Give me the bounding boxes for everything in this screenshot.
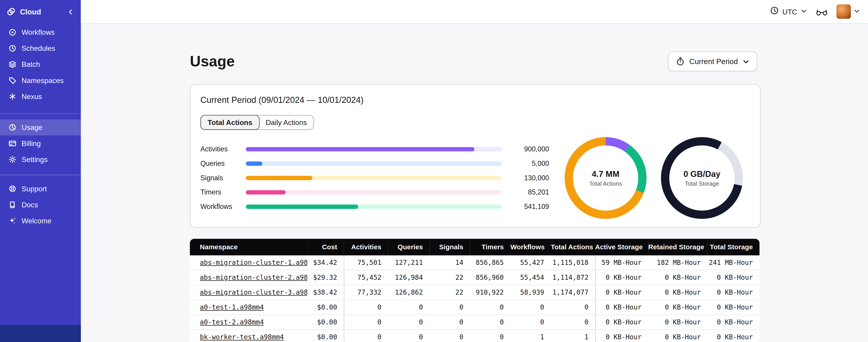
bar-value: 5,000 <box>506 160 549 167</box>
sidebar-item-billing[interactable]: Billing <box>0 135 81 151</box>
cell-signals: 0 <box>430 330 470 342</box>
cell-activities: 0 <box>344 300 388 315</box>
bar-value: 85,201 <box>506 189 549 196</box>
sidebar-item-docs[interactable]: Docs <box>0 197 81 213</box>
sidebar-item-support[interactable]: Support <box>0 181 81 197</box>
user-avatar[interactable] <box>836 4 851 19</box>
cell-queries: 127,211 <box>388 255 430 270</box>
cell-timers: 856,960 <box>470 270 510 285</box>
table-row: a0-test-2.a98mm4 $0.00 0 0 0 0 0 0 0 KB-… <box>190 315 759 330</box>
sidebar-nav-main: Workflows Schedules Batch Namespaces Nex… <box>0 24 81 104</box>
page-title: Usage <box>190 53 235 70</box>
sidebar: Cloud Workflows Schedules Batch Namespac… <box>0 0 81 342</box>
sidebar-brand[interactable]: Cloud <box>0 0 81 23</box>
chevron-down-icon <box>742 58 750 65</box>
bar-value: 900,000 <box>506 145 549 153</box>
cell-namespace: abs-migration-cluster-1.a98mm4 <box>190 255 307 270</box>
sidebar-collapse-button[interactable] <box>67 8 74 15</box>
sidebar-item-schedules[interactable]: Schedules <box>0 40 81 57</box>
bar-track <box>246 176 501 180</box>
cell-total-storage: 0 KB-Hour <box>707 270 759 285</box>
bar-row-workflows: Workflows 541,109 <box>200 200 549 214</box>
bar-track <box>246 205 501 209</box>
col-header-activities: Activities <box>344 239 388 255</box>
table-header-row: Namespace Cost Activities Queries Signal… <box>190 239 759 255</box>
cell-workflows: 0 <box>510 300 551 315</box>
sidebar-item-batch[interactable]: Batch <box>0 57 81 72</box>
table-row: abs-migration-cluster-1.a98mm4 $34.42 75… <box>190 255 759 270</box>
cell-signals: 14 <box>430 255 470 270</box>
sidebar-item-namespaces[interactable]: Namespaces <box>0 72 81 89</box>
namespace-link[interactable]: a0-test-1.a98mm4 <box>200 303 264 311</box>
tab-daily-actions[interactable]: Daily Actions <box>259 115 313 129</box>
sidebar-item-welcome[interactable]: Welcome <box>0 213 81 229</box>
sidebar-item-nexus[interactable]: Nexus <box>0 89 81 104</box>
namespace-link[interactable]: abs-migration-cluster-2.a98mm4 <box>200 274 307 281</box>
cell-activities: 75,501 <box>344 255 388 270</box>
sidebar-divider <box>0 113 81 114</box>
cell-queries: 126,862 <box>388 285 430 300</box>
cell-total-storage: 0 KB-Hour <box>707 300 759 315</box>
cell-queries: 0 <box>388 300 430 315</box>
cell-workflows: 58,939 <box>510 285 551 300</box>
donut-label: Total Storage <box>685 180 719 187</box>
timezone-selector[interactable]: UTC <box>770 6 807 17</box>
bar-fill <box>246 176 312 180</box>
col-header-total-actions: Total Actions <box>551 239 595 255</box>
nexus-icon <box>8 92 17 101</box>
sidebar-item-workflows[interactable]: Workflows <box>0 24 81 40</box>
cell-activities: 75,452 <box>344 270 388 285</box>
col-header-queries: Queries <box>388 239 430 255</box>
bar-label: Signals <box>200 174 241 182</box>
batch-icon <box>8 60 17 69</box>
tab-total-actions[interactable]: Total Actions <box>200 115 259 130</box>
table-row: abs-migration-cluster-2.a98mm4 $29.32 75… <box>190 270 759 285</box>
sidebar-item-label: Support <box>22 184 47 193</box>
cell-active-storage: 0 KB-Hour <box>595 270 648 285</box>
cell-retained-storage: 0 KB-Hour <box>648 270 707 285</box>
donut-value: 4.7 MM <box>592 169 619 179</box>
cell-total-storage: 0 KB-Hour <box>707 315 759 330</box>
sidebar-item-label: Billing <box>22 139 41 147</box>
donut-center: 4.7 MM Total Actions <box>573 145 638 210</box>
sidebar-item-label: Welcome <box>22 216 52 225</box>
cell-activities: 77,332 <box>344 285 388 300</box>
namespace-link[interactable]: bk-worker-test.a98mm4 <box>200 334 284 341</box>
clock-icon <box>770 6 779 17</box>
namespace-link[interactable]: abs-migration-cluster-1.a98mm4 <box>200 259 307 266</box>
cell-workflows: 55,454 <box>510 270 551 285</box>
namespace-link[interactable]: a0-test-2.a98mm4 <box>200 318 264 326</box>
col-header-retained-storage: Retained Storage <box>648 239 707 255</box>
donut-label: Total Actions <box>589 180 622 187</box>
cell-timers: 0 <box>470 315 510 330</box>
topbar: UTC <box>81 0 868 24</box>
cell-active-storage: 59 MB-Hour <box>595 255 648 270</box>
glasses-icon[interactable] <box>816 7 828 16</box>
sidebar-item-label: Nexus <box>22 92 42 101</box>
period-selector-button[interactable]: Current Period <box>668 52 757 71</box>
sidebar-item-settings[interactable]: Settings <box>0 151 81 167</box>
bar-fill <box>246 147 475 151</box>
cell-signals: 0 <box>430 300 470 315</box>
bar-value: 130,000 <box>506 174 549 182</box>
cell-active-storage: 0 KB-Hour <box>595 300 648 315</box>
table-row: bk-worker-test.a98mm4 $0.00 0 0 0 0 1 1 … <box>190 330 759 342</box>
bar-row-signals: Signals 130,000 <box>200 171 549 185</box>
user-menu[interactable] <box>836 4 860 19</box>
sidebar-item-label: Docs <box>22 201 38 209</box>
namespace-link[interactable]: abs-migration-cluster-3.a98mm4 <box>200 288 307 296</box>
sidebar-divider <box>0 175 81 175</box>
namespaces-icon <box>8 76 17 84</box>
cell-timers: 0 <box>470 330 510 342</box>
welcome-icon <box>8 216 17 225</box>
cell-cost: $38.42 <box>307 285 344 300</box>
sidebar-item-usage[interactable]: Usage <box>0 119 81 135</box>
temporal-logo-icon <box>6 7 16 16</box>
period-selector-label: Current Period <box>689 57 738 66</box>
sidebar-item-label: Namespaces <box>22 76 64 84</box>
support-icon <box>8 184 17 193</box>
cell-active-storage: 0 KB-Hour <box>595 315 648 330</box>
timezone-label: UTC <box>782 7 797 16</box>
cell-activities: 0 <box>344 330 388 342</box>
cell-total-actions: 1,114,872 <box>551 270 595 285</box>
